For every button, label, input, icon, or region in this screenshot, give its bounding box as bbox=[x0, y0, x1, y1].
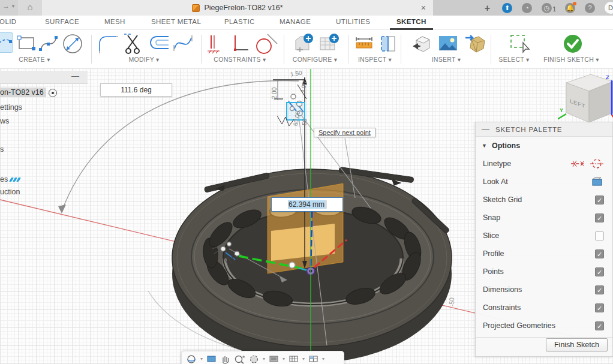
nav-caret-icon[interactable]: ▼ bbox=[11, 4, 16, 9]
group-label-inspect[interactable]: INSPECT ▾ bbox=[345, 56, 405, 63]
pan-icon[interactable] bbox=[220, 354, 230, 364]
row-label: Linetype bbox=[483, 160, 566, 168]
caret-icon[interactable]: ▾ bbox=[322, 356, 324, 362]
browser-panel-header[interactable]: — bbox=[0, 71, 88, 84]
look-at-icon[interactable] bbox=[206, 354, 217, 364]
fillet-tool-icon[interactable] bbox=[98, 33, 119, 55]
browser-item-views[interactable]: ws bbox=[0, 117, 9, 125]
document-title: PiegeFrelon-TO82 v16* bbox=[204, 4, 283, 12]
length-dimension-input[interactable]: 62.394 mm bbox=[271, 197, 343, 212]
caret-icon[interactable]: ▾ bbox=[263, 356, 265, 362]
profile-checkbox[interactable]: ✓ bbox=[595, 249, 604, 258]
section-analysis-icon[interactable] bbox=[378, 33, 398, 56]
insert-mesh-icon[interactable] bbox=[463, 33, 487, 56]
insert-derive-icon[interactable] bbox=[410, 33, 433, 56]
finish-sketch-button[interactable]: Finish Sketch bbox=[546, 338, 608, 351]
home-icon[interactable]: ⌂ bbox=[18, 0, 42, 16]
history-count: 1 bbox=[552, 4, 556, 14]
curve-tool-icon[interactable] bbox=[173, 33, 193, 53]
section-collapse-icon[interactable]: ▼ bbox=[482, 143, 487, 149]
browser-item-settings[interactable]: ettings bbox=[0, 103, 22, 112]
group-label-constraints[interactable]: CONSTRAINTS ▾ bbox=[204, 56, 276, 63]
midpoint-handle[interactable] bbox=[289, 262, 295, 268]
palette-row-dimensions: Dimensions ✓ bbox=[476, 281, 612, 299]
insert-canvas-icon[interactable] bbox=[437, 33, 459, 55]
caret-icon[interactable]: ▾ bbox=[283, 356, 285, 362]
dimensions-checkbox[interactable]: ✓ bbox=[595, 285, 604, 294]
tab-utilities[interactable]: UTILITIES bbox=[336, 18, 370, 25]
palette-section-options[interactable]: ▼ Options bbox=[476, 137, 612, 155]
nav-controls[interactable]: → ▼ bbox=[2, 2, 16, 10]
tab-manage[interactable]: MANAGE bbox=[280, 18, 311, 25]
viewports-icon[interactable] bbox=[308, 354, 318, 364]
view-cube[interactable]: LEFT Z Y bbox=[558, 71, 613, 128]
look-at-icon[interactable] bbox=[591, 176, 604, 187]
browser-item-document[interactable]: on-TO82 v16 bbox=[0, 88, 46, 97]
extensions-icon[interactable]: ◔ bbox=[522, 3, 532, 13]
projected-geometries-checkbox[interactable]: ✓ bbox=[595, 321, 604, 330]
forward-arrow-icon[interactable]: → bbox=[2, 2, 10, 10]
browser-item-bodies[interactable]: s bbox=[0, 145, 4, 154]
constraint-tangent-icon[interactable] bbox=[254, 33, 278, 56]
orbit-icon[interactable] bbox=[187, 354, 197, 364]
tab-sketch[interactable]: SKETCH bbox=[396, 18, 426, 25]
close-tab-icon[interactable]: × bbox=[421, 3, 426, 13]
job-status-icon[interactable]: ⬆ bbox=[502, 3, 512, 13]
browser-item-construction[interactable]: uction bbox=[0, 188, 20, 196]
y-axis-label: Y bbox=[560, 107, 563, 113]
configure-part-icon[interactable] bbox=[292, 33, 315, 56]
sketch-grid-checkbox[interactable]: ✓ bbox=[595, 195, 604, 204]
circle-tool-icon[interactable] bbox=[61, 33, 84, 56]
group-label-insert[interactable]: INSERT ▾ bbox=[416, 56, 476, 63]
notifications-bell-icon[interactable]: 🔔 bbox=[565, 3, 575, 13]
dim-label-50[interactable]: 50 bbox=[301, 118, 308, 125]
points-checkbox[interactable]: ✓ bbox=[595, 267, 604, 276]
caret-icon[interactable]: ▾ bbox=[200, 356, 203, 362]
group-label-configure[interactable]: CONFIGURE ▾ bbox=[279, 56, 351, 63]
group-label-create[interactable]: CREATE ▾ bbox=[6, 56, 63, 63]
zoom-icon[interactable]: ± bbox=[234, 354, 245, 364]
browser-minimize-icon[interactable]: — bbox=[71, 71, 79, 80]
browser-item-sketches[interactable]: es bbox=[0, 175, 21, 183]
tab-surface[interactable]: SURFACE bbox=[45, 18, 79, 25]
rectangle-tool-icon[interactable] bbox=[17, 33, 36, 53]
palette-row-points: Points ✓ bbox=[476, 263, 612, 281]
configure-table-icon[interactable] bbox=[318, 33, 341, 56]
component-activate-radio[interactable] bbox=[49, 89, 57, 97]
select-tool-icon[interactable] bbox=[509, 33, 533, 57]
tab-plastic[interactable]: PLASTIC bbox=[224, 18, 255, 25]
construction-linetype-icon[interactable] bbox=[570, 158, 585, 169]
constraint-fix-icon[interactable] bbox=[206, 33, 224, 56]
tab-solid[interactable]: SOLID bbox=[0, 18, 17, 25]
slice-checkbox[interactable]: ✓ bbox=[595, 231, 604, 240]
caret-icon[interactable]: ▾ bbox=[302, 356, 305, 362]
constraint-vertical-icon[interactable] bbox=[230, 33, 251, 56]
new-tab-icon[interactable]: + bbox=[482, 3, 492, 13]
spline-tool-icon[interactable] bbox=[38, 33, 59, 53]
measure-tool-icon[interactable] bbox=[354, 33, 377, 56]
trim-tool-icon[interactable] bbox=[123, 33, 145, 55]
toolbar-separator bbox=[91, 35, 92, 64]
fit-icon[interactable] bbox=[249, 354, 259, 364]
palette-minimize-icon[interactable]: — bbox=[482, 125, 489, 134]
centerline-linetype-icon[interactable] bbox=[590, 158, 604, 169]
dim-label-2-00[interactable]: 2.00 bbox=[271, 88, 278, 99]
row-label: Snap bbox=[483, 213, 595, 222]
palette-divider bbox=[476, 337, 612, 338]
snap-checkbox[interactable]: ✓ bbox=[595, 213, 604, 222]
history-icon[interactable]: ◷1 bbox=[542, 3, 552, 13]
grid-settings-icon[interactable] bbox=[289, 354, 299, 364]
constraints-checkbox[interactable]: ✓ bbox=[595, 303, 604, 312]
finish-sketch-icon[interactable] bbox=[563, 34, 583, 54]
tab-sheet-metal[interactable]: SHEET METAL bbox=[151, 18, 201, 25]
document-tab[interactable]: PiegeFrelon-TO82 v16* × bbox=[42, 0, 433, 16]
group-label-finish-sketch[interactable]: FINISH SKETCH ▾ bbox=[531, 56, 612, 63]
group-label-modify[interactable]: MODIFY ▾ bbox=[111, 56, 177, 63]
display-settings-icon[interactable] bbox=[269, 354, 279, 364]
angle-dimension-input[interactable]: 111.6 deg bbox=[100, 83, 172, 97]
offset-tool-icon[interactable] bbox=[148, 33, 171, 53]
tab-mesh[interactable]: MESH bbox=[104, 18, 125, 25]
line-tool-active[interactable] bbox=[0, 32, 13, 53]
user-avatar[interactable]: D bbox=[605, 2, 613, 14]
help-icon[interactable]: ? bbox=[585, 3, 595, 13]
